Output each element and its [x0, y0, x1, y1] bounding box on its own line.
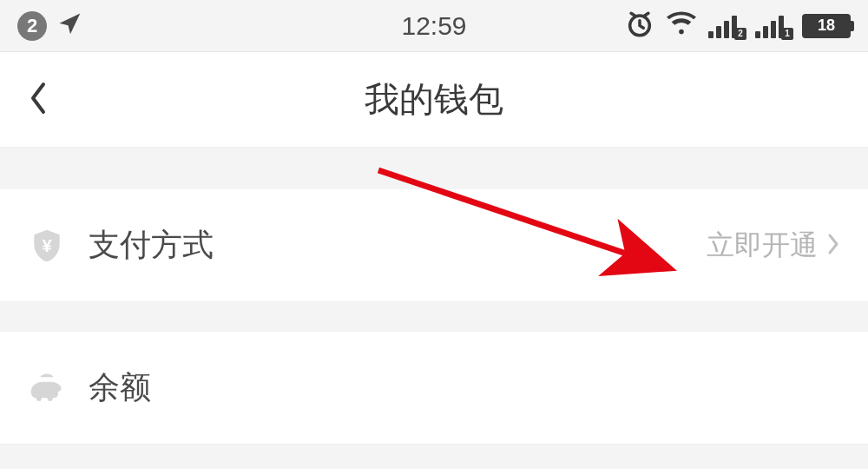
shield-yen-icon: ¥ — [28, 227, 66, 265]
sim1-label: 2 — [734, 28, 746, 40]
signal-sim1-icon: 2 — [708, 14, 743, 38]
alarm-icon — [625, 10, 654, 43]
page-title: 我的钱包 — [365, 76, 503, 123]
status-time: 12:59 — [401, 11, 466, 41]
payment-method-label: 支付方式 — [89, 224, 707, 267]
chevron-right-icon — [826, 232, 840, 260]
balance-label: 余额 — [89, 367, 840, 409]
payment-method-action: 立即开通 — [707, 227, 818, 265]
navbar: 我的钱包 — [0, 52, 868, 148]
battery-icon: 18 — [802, 14, 851, 38]
payment-method-row[interactable]: ¥ 支付方式 立即开通 — [0, 189, 868, 302]
status-bar: 2 12:59 2 1 18 — [0, 0, 868, 52]
status-right: 2 1 18 — [625, 10, 851, 43]
svg-text:¥: ¥ — [42, 236, 52, 255]
section-spacer — [0, 302, 868, 332]
back-button[interactable] — [28, 81, 49, 119]
balance-row[interactable]: 余额 — [0, 332, 868, 445]
piggy-bank-icon — [28, 369, 66, 407]
signal-sim2-icon: 1 — [755, 14, 790, 38]
location-icon — [57, 11, 83, 41]
notification-badge: 2 — [17, 11, 47, 41]
wifi-icon — [667, 11, 696, 41]
status-left: 2 — [17, 11, 83, 41]
section-spacer — [0, 148, 868, 189]
sim2-label: 1 — [781, 28, 793, 40]
